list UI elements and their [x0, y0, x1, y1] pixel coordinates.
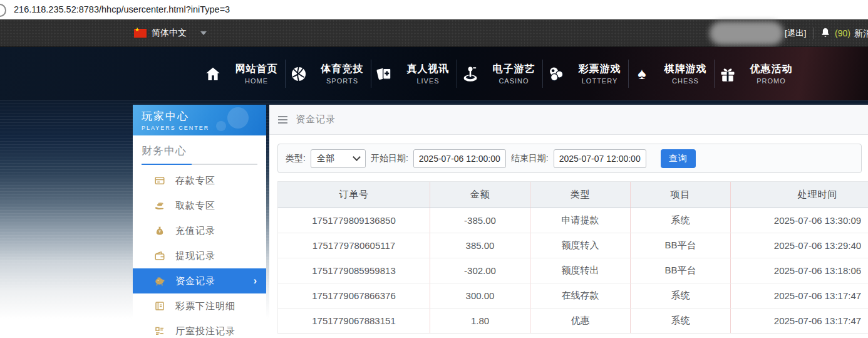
gift-icon — [719, 65, 736, 83]
table-cell: 1751779085959813 — [278, 258, 430, 283]
column-header: 订单号 — [278, 182, 430, 208]
table-cell: -302.00 — [430, 258, 530, 283]
site-info-icon[interactable] — [0, 4, 6, 17]
logout-link[interactable]: [退出] — [785, 19, 807, 47]
column-header: 金额 — [430, 182, 530, 208]
nav-label-zh: 优惠活动 — [743, 63, 800, 76]
nav-label-en: CASINO — [485, 77, 542, 85]
sidebar-item-3[interactable]: 充值记录 — [133, 218, 266, 243]
nav-label-en: HOME — [228, 77, 285, 85]
bell-icon[interactable] — [820, 27, 831, 38]
china-flag-icon — [134, 29, 147, 38]
nav-label-en: LIVES — [400, 77, 457, 85]
type-label: 类型: — [286, 153, 306, 164]
nav-item-lottery[interactable]: 彩票游戏LOTTERY — [542, 47, 628, 100]
sidebar-item-label: 充值记录 — [175, 225, 215, 237]
start-date-input[interactable] — [413, 149, 506, 168]
table-cell: 在线存款 — [530, 283, 630, 308]
home-icon — [204, 65, 222, 83]
table-cell: 2025-07-06 13:30:09 — [730, 208, 868, 233]
table-cell: 300.00 — [430, 283, 530, 308]
sidebar-item-7[interactable]: 厅室投注记录 — [133, 319, 266, 338]
table-cell: BB平台 — [630, 233, 730, 258]
sidebar-item-5[interactable]: 资金记录› — [133, 268, 266, 293]
column-header: 类型 — [530, 182, 630, 208]
list-icon — [154, 325, 165, 337]
nav-item-sports[interactable]: 体育竞技SPORTS — [285, 47, 371, 100]
browser-url-bar[interactable]: 216.118.235.52:8783/hhcp/usercenter.html… — [0, 0, 868, 19]
table-row: 1751779780605117385.00额度转入BB平台2025-07-06… — [277, 233, 868, 258]
table-row: 1751779067866376300.00在线存款系统2025-07-06 1… — [277, 283, 868, 309]
table-cell: 额度转入 — [530, 233, 630, 258]
nav-item-lives[interactable]: 真人视讯LIVES — [371, 47, 457, 100]
withdraw-hand-icon — [154, 200, 165, 211]
sidebar-item-label: 存款专区 — [175, 175, 215, 187]
sidebar-item-2[interactable]: 取款专区 — [133, 193, 266, 218]
url-text[interactable]: 216.118.235.52:8783/hhcp/usercenter.html… — [14, 0, 230, 19]
nav-item-chess[interactable]: ♠棋牌游戏CHESS — [628, 47, 714, 100]
sidebar-item-6[interactable]: 彩票下注明细 — [133, 293, 266, 319]
sidebar-item-label: 提现记录 — [175, 250, 215, 262]
filter-bar: 类型: 全部 开始日期: 结束日期: 查询 — [277, 144, 862, 173]
nav-label-zh: 真人视讯 — [400, 63, 457, 76]
table-cell: 额度转出 — [530, 258, 630, 283]
cards-icon — [376, 65, 393, 83]
table-row: 17517790678831511.80优惠系统2025-07-06 13:17… — [277, 309, 868, 334]
table-cell: 申请提款 — [530, 208, 630, 233]
nav-label-zh: 彩票游戏 — [571, 63, 628, 76]
nav-item-home[interactable]: 网站首页HOME — [199, 47, 285, 100]
nav-label-zh: 体育竞技 — [314, 63, 371, 76]
sidebar-item-1[interactable]: 存款专区 — [133, 168, 266, 193]
finance-center-section: 财务中心 — [133, 135, 266, 165]
table-cell: 2025-07-06 13:17:47 — [730, 309, 868, 333]
table-header-row: 订单号金额类型项目处理时间 — [277, 181, 868, 208]
lottery-balls-icon — [547, 65, 565, 83]
sidebar-item-label: 厅室投注记录 — [175, 325, 235, 337]
table-cell: 系统 — [630, 309, 730, 333]
wallet-icon — [154, 250, 165, 261]
type-select[interactable]: 全部 — [311, 149, 366, 168]
table-cell: 2025-07-06 13:29:40 — [730, 233, 868, 258]
table-cell: 1751779809136850 — [278, 208, 430, 233]
table-cell: -385.00 — [430, 208, 530, 233]
search-button[interactable]: 查询 — [661, 149, 696, 168]
nav-item-casino[interactable]: 电子游艺CASINO — [457, 47, 542, 100]
gamepad-decoration — [216, 121, 226, 131]
sidebar-item-4[interactable]: 提现记录 — [133, 243, 266, 268]
nav-label-en: LOTTERY — [571, 77, 628, 85]
sidebar-item-label: 资金记录 — [175, 275, 215, 287]
page-title: 资金记录 — [296, 114, 336, 125]
deposit-card-icon — [154, 175, 165, 186]
table-cell: BB平台 — [630, 258, 730, 283]
piggybank-icon — [154, 275, 165, 287]
language-selector[interactable]: 简体中文 — [134, 19, 207, 47]
nav-label-en: SPORTS — [314, 77, 371, 85]
account-topbar: 简体中文 [退出] (90) 新消息 — [0, 19, 868, 47]
menu-lines-icon — [278, 116, 287, 117]
sidebar-subtitle: PLAYERS CENTER — [142, 125, 266, 131]
spade-icon: ♠ — [633, 65, 651, 83]
basketball-icon — [290, 65, 307, 83]
message-count[interactable]: (90) — [835, 19, 850, 47]
table-cell: 385.00 — [430, 233, 530, 258]
start-date-label: 开始日期: — [371, 153, 408, 164]
main-content: 资金记录 类型: 全部 开始日期: 结束日期: 查询 订单号金额类型项目处理时间… — [269, 105, 868, 338]
screen: 216.118.235.52:8783/hhcp/usercenter.html… — [0, 0, 868, 338]
username-redacted — [710, 21, 783, 45]
nav-label-en: CHESS — [657, 77, 714, 85]
table-body: 1751779809136850-385.00申请提款系统2025-07-06 … — [277, 208, 868, 334]
table-cell: 1751779780605117 — [278, 233, 430, 258]
end-date-input[interactable] — [554, 149, 646, 168]
table-cell: 1751779067866376 — [278, 283, 430, 308]
book-icon — [154, 300, 165, 312]
sidebar-menu: 存款专区取款专区充值记录提现记录资金记录›彩票下注明细厅室投注记录 — [133, 168, 266, 338]
chevron-down-icon — [200, 31, 207, 35]
nav-label-en: PROMO — [743, 77, 800, 85]
sidebar: 玩家中心 PLAYERS CENTER 财务中心 存款专区取款专区充值记录提现记… — [133, 105, 266, 338]
joystick-icon — [462, 65, 479, 83]
content-header: 资金记录 — [269, 105, 868, 135]
language-label: 简体中文 — [152, 28, 187, 39]
message-label[interactable]: 新消息 — [854, 19, 868, 47]
section-label: 财务中心 — [142, 144, 257, 158]
nav-item-promo[interactable]: 优惠活动PROMO — [714, 47, 800, 100]
